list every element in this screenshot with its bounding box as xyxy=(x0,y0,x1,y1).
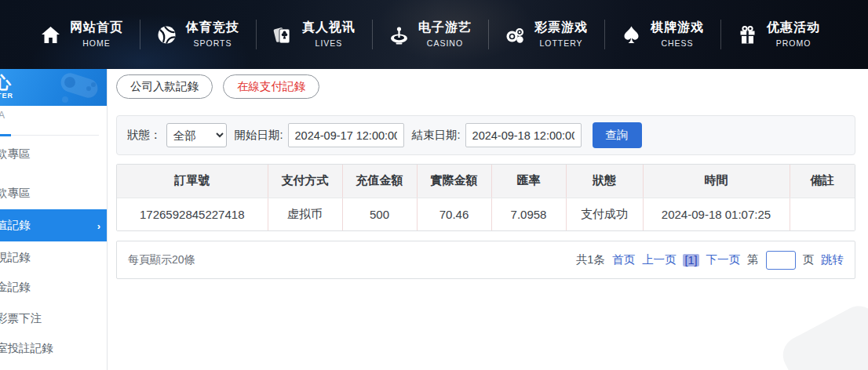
nav-subtitle: CASINO xyxy=(427,38,463,48)
nav-item-chess[interactable]: 棋牌游戏 CHESS xyxy=(604,17,720,52)
chevron-right-icon: › xyxy=(97,219,100,231)
per-page-text: 每頁顯示20條 xyxy=(128,253,195,267)
gift-icon xyxy=(737,24,758,45)
sports-ball-icon xyxy=(156,24,177,45)
col-recharge-amount: 充值金額 xyxy=(342,165,417,198)
col-exchange-rate: 匯率 xyxy=(491,165,566,198)
table-row: 1726592845227418 虚拟币 500 70.46 7.0958 支付… xyxy=(117,198,855,230)
cell-exchange-rate: 7.0958 xyxy=(491,198,566,230)
cell-actual-amount: 70.46 xyxy=(417,198,491,230)
next-page-link[interactable]: 下一页 xyxy=(706,252,741,267)
nav-subtitle: LIVES xyxy=(315,38,343,48)
cell-status: 支付成功 xyxy=(566,198,643,230)
jump-suffix-text: 页 xyxy=(803,252,815,267)
filter-bar: 狀態： 全部 開始日期: 結束日期: 查詢 xyxy=(116,115,855,155)
col-time: 時間 xyxy=(643,165,790,198)
nav-subtitle: HOME xyxy=(82,38,111,48)
sidebar-item-bonus-records[interactable]: 金記錄 xyxy=(0,279,108,295)
cell-recharge-amount: 500 xyxy=(342,198,417,230)
jump-button[interactable]: 跳转 xyxy=(821,252,844,267)
nav-item-casino[interactable]: 电子游艺 CASINO xyxy=(372,17,488,52)
col-actual-amount: 實際金額 xyxy=(417,165,491,198)
sidebar-header: 心 TER xyxy=(0,69,108,106)
nav-subtitle: LOTTERY xyxy=(539,38,582,48)
nav-title: 优惠活动 xyxy=(767,20,820,34)
sidebar-item-label: 值記錄 xyxy=(0,218,31,233)
cell-order-number: 1726592845227418 xyxy=(117,198,268,230)
cell-time: 2024-09-18 01:07:25 xyxy=(643,198,790,230)
lottery-balls-icon xyxy=(505,24,526,45)
search-button[interactable]: 查詢 xyxy=(593,122,642,148)
pagination-bar: 每頁顯示20條 共1条 首页 上一页 [1] 下一页 第 页 跳转 xyxy=(116,241,855,279)
records-table: 訂單號 支付方式 充值金額 實際金額 匯率 狀態 時間 備註 172659284… xyxy=(116,164,855,231)
record-tabs: 公司入款記錄 在線支付記錄 xyxy=(116,74,319,99)
total-count-text: 共1条 xyxy=(576,252,605,267)
col-order-number: 訂單號 xyxy=(117,165,268,198)
end-date-label: 結束日期: xyxy=(412,128,461,143)
tab-online-payment-records[interactable]: 在線支付記錄 xyxy=(223,74,319,99)
home-icon xyxy=(40,24,61,45)
nav-title: 电子游艺 xyxy=(418,20,472,34)
top-navigation: 网站首页 HOME 体育竞技 SPORTS xyxy=(0,0,868,69)
cell-remark xyxy=(790,198,855,230)
sidebar-item-withdraw-zone[interactable]: 款專區 xyxy=(0,185,108,201)
nav-title: 网站首页 xyxy=(70,20,123,34)
pager: 共1条 首页 上一页 [1] 下一页 第 页 跳转 xyxy=(576,251,844,270)
jump-prefix-text: 第 xyxy=(747,252,759,267)
tab-company-deposit-records[interactable]: 公司入款記錄 xyxy=(116,74,213,99)
playing-cards-icon xyxy=(272,24,294,45)
sidebar-item-withdrawal-records[interactable]: 現記錄 xyxy=(0,249,108,265)
sidebar-item-room-bet-records[interactable]: 室投註記錄 xyxy=(0,340,108,356)
prev-page-link[interactable]: 上一页 xyxy=(642,252,677,267)
sidebar-item-lottery-bets[interactable]: 彩票下注 xyxy=(0,310,108,326)
status-select[interactable]: 全部 xyxy=(166,123,227,147)
nav-item-home[interactable]: 网站首页 HOME xyxy=(24,17,140,52)
nav-subtitle: CHESS xyxy=(661,38,693,48)
nav-menu: 网站首页 HOME 体育竞技 SPORTS xyxy=(0,0,868,69)
status-label: 狀態： xyxy=(127,128,162,143)
sidebar: 心 TER A 款專區 款專區 值記錄 › 現記錄 金記錄 彩票下注 室投註記錄 xyxy=(0,69,108,370)
nav-item-promo[interactable]: 优惠活动 PROMO xyxy=(720,17,837,52)
table-header-row: 訂單號 支付方式 充值金額 實際金額 匯率 狀態 時間 備註 xyxy=(117,165,855,198)
start-date-label: 開始日期: xyxy=(235,128,283,143)
background-watermark xyxy=(776,299,868,370)
account-fragment: A xyxy=(0,110,5,121)
nav-title: 彩票游戏 xyxy=(534,20,588,34)
col-status: 狀態 xyxy=(566,165,643,198)
main-content: 公司入款記錄 在線支付記錄 狀態： 全部 開始日期: 結束日期: 查詢 訂單號 … xyxy=(108,69,868,370)
nav-item-sports[interactable]: 体育竞技 SPORTS xyxy=(140,17,256,52)
roulette-icon xyxy=(388,24,410,45)
sidebar-item-deposit-zone[interactable]: 款專區 xyxy=(0,146,108,161)
col-remark: 備註 xyxy=(790,165,855,198)
col-payment-method: 支付方式 xyxy=(268,165,342,198)
nav-subtitle: SPORTS xyxy=(194,38,232,48)
end-date-input[interactable] xyxy=(465,123,582,147)
nav-title: 棋牌游戏 xyxy=(651,20,704,34)
gamepad-icon xyxy=(54,71,103,103)
cell-payment-method: 虚拟币 xyxy=(268,198,342,230)
spade-icon xyxy=(621,24,642,45)
first-page-link[interactable]: 首页 xyxy=(612,252,635,267)
sidebar-header-subtitle: TER xyxy=(0,92,13,100)
nav-item-lottery[interactable]: 彩票游戏 LOTTERY xyxy=(488,17,604,52)
current-page-badge: [1] xyxy=(683,254,698,267)
sidebar-divider xyxy=(0,135,99,136)
sidebar-header-title: 心 xyxy=(0,72,11,94)
jump-page-input[interactable] xyxy=(766,251,796,270)
nav-item-lives[interactable]: 真人视讯 LIVES xyxy=(256,17,372,52)
sidebar-item-recharge-records[interactable]: 值記錄 › xyxy=(0,209,108,241)
nav-title: 真人视讯 xyxy=(302,20,356,34)
nav-subtitle: PROMO xyxy=(776,38,811,48)
nav-title: 体育竞技 xyxy=(186,20,239,34)
start-date-input[interactable] xyxy=(288,123,404,147)
